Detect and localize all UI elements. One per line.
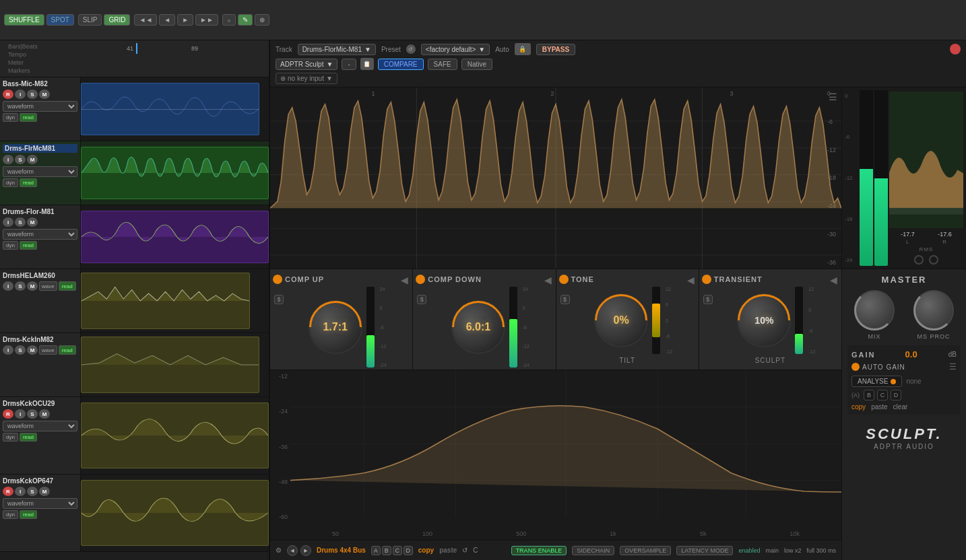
key-input[interactable]: ⊕ no key input ▼ xyxy=(276,73,337,84)
spot-btn[interactable]: SPOT xyxy=(46,14,74,26)
ab-a-btn[interactable]: A xyxy=(371,546,381,555)
input-btn[interactable]: I xyxy=(3,155,13,164)
dyn-pill[interactable]: dyn xyxy=(3,510,18,519)
read-pill[interactable]: read xyxy=(20,241,37,250)
left-step-btn[interactable]: ◄ xyxy=(159,14,175,26)
knob-dollar-btn[interactable]: $ xyxy=(274,295,284,304)
compare-icon-btn[interactable]: 📋 xyxy=(360,58,374,70)
mute-btn[interactable]: M xyxy=(27,155,38,164)
undo-icon[interactable]: ↺ xyxy=(462,547,468,554)
track-mode-select[interactable]: waveform xyxy=(3,101,77,112)
slip-btn[interactable]: SLIP xyxy=(78,14,102,26)
safe-btn[interactable]: SAFE xyxy=(428,59,457,70)
comp-up-knob[interactable]: 1.7:1 xyxy=(309,300,362,354)
record-btn[interactable]: R xyxy=(3,409,13,419)
analyse-btn[interactable]: ANALYSE xyxy=(851,376,902,387)
ab-d-btn[interactable]: D xyxy=(404,546,413,555)
read-pill[interactable]: read xyxy=(59,281,76,291)
next-btn[interactable]: ► xyxy=(300,545,311,556)
record-btn[interactable]: R xyxy=(3,487,13,496)
redo-icon[interactable]: C xyxy=(473,547,478,554)
mix-knob[interactable] xyxy=(854,290,895,330)
ab-d-btn[interactable]: D xyxy=(891,390,901,400)
dyn-pill[interactable]: dyn xyxy=(3,113,18,122)
ab-c-btn[interactable]: C xyxy=(877,390,888,400)
input-btn[interactable]: I xyxy=(15,90,26,99)
solo-btn[interactable]: S xyxy=(27,487,38,496)
tool-zoom-btn[interactable]: ⊕ xyxy=(255,14,269,26)
track-dropdown[interactable]: Drums-FlorMic-M81 ▼ xyxy=(298,44,376,55)
transient-knob[interactable]: 10% xyxy=(737,293,791,347)
knob-arrows-icon[interactable]: ◀ xyxy=(687,275,695,285)
minus-btn[interactable]: - xyxy=(342,59,356,70)
compare-btn[interactable]: COMPARE xyxy=(378,59,424,70)
left-arrow-btn[interactable]: ◄◄ xyxy=(134,14,157,26)
tool-pencil-btn[interactable]: ✎ xyxy=(238,14,253,26)
preset-dropdown[interactable]: <factory default> ▼ xyxy=(421,44,490,55)
ms-proc-knob[interactable] xyxy=(913,290,954,330)
bypass-btn[interactable]: BYPASS xyxy=(536,44,575,55)
latency-mode-btn[interactable]: LATENCY MODE xyxy=(676,546,733,555)
clear-btn[interactable]: clear xyxy=(893,403,908,411)
native-btn[interactable]: Native xyxy=(461,59,492,70)
dyn-pill[interactable]: dyn xyxy=(3,433,18,442)
knob-arrows-icon[interactable]: ◀ xyxy=(401,275,408,285)
ab-b-btn[interactable]: B xyxy=(382,546,391,555)
mute-btn[interactable]: M xyxy=(27,345,38,355)
tool-selector-btn[interactable]: ⬦ xyxy=(222,14,236,26)
mute-btn[interactable]: M xyxy=(39,90,50,99)
track-mode-select[interactable]: waveform xyxy=(3,421,77,431)
track-mode-select[interactable]: waveform xyxy=(3,498,77,509)
right-arrow-btn[interactable]: ►► xyxy=(195,14,218,26)
paste-btn[interactable]: paste xyxy=(439,547,457,554)
input-btn[interactable]: I xyxy=(3,281,13,291)
input-btn[interactable]: I xyxy=(15,409,26,419)
solo-btn[interactable]: S xyxy=(15,217,26,227)
solo-btn[interactable]: S xyxy=(15,281,26,291)
mute-btn[interactable]: M xyxy=(27,217,38,227)
mute-btn[interactable]: M xyxy=(39,487,50,496)
track-mode-select[interactable]: waveform xyxy=(3,166,77,177)
shuffle-btn[interactable]: SHUFFLE xyxy=(4,14,44,26)
sidechain-btn[interactable]: SIDECHAIN xyxy=(572,546,614,555)
dyn-pill[interactable]: dyn xyxy=(3,178,18,187)
read-pill[interactable]: read xyxy=(20,113,37,122)
dyn-pill[interactable]: dyn xyxy=(3,241,18,250)
preset-circle-btn[interactable]: ↺ xyxy=(406,44,416,54)
solo-btn[interactable]: S xyxy=(15,345,26,355)
track-mode-select[interactable]: waveform xyxy=(3,229,77,240)
input-btn[interactable]: I xyxy=(3,345,13,355)
right-step-btn[interactable]: ► xyxy=(177,14,193,26)
mute-btn[interactable]: M xyxy=(39,409,50,419)
wave-pill[interactable]: wave xyxy=(39,345,57,355)
read-pill[interactable]: read xyxy=(20,510,37,519)
ab-c-btn[interactable]: C xyxy=(393,546,402,555)
solo-btn[interactable]: S xyxy=(27,90,38,99)
comp-down-knob[interactable]: 6.0:1 xyxy=(451,300,505,354)
trans-enable-btn[interactable]: TRANS ENABLE xyxy=(511,546,567,555)
knob-dollar-btn[interactable]: $ xyxy=(417,295,426,304)
close-btn[interactable] xyxy=(950,44,961,55)
plugin-name-dropdown[interactable]: ADPTR Sculpt ▼ xyxy=(276,59,337,70)
record-btn[interactable]: R xyxy=(3,90,13,99)
knob-dollar-btn[interactable]: $ xyxy=(703,295,713,304)
safe-icon-btn[interactable]: 🔒 xyxy=(515,43,531,55)
copy-btn[interactable]: copy xyxy=(418,547,434,554)
auto-gain-menu-icon[interactable]: ☰ xyxy=(949,362,957,372)
oversample-btn[interactable]: OVERSAMPLE xyxy=(620,546,671,555)
tone-knob[interactable]: 0% xyxy=(594,293,648,347)
read-pill[interactable]: read xyxy=(59,345,76,355)
copy-btn[interactable]: copy xyxy=(851,403,866,411)
solo-btn[interactable]: S xyxy=(15,155,26,164)
grid-btn[interactable]: GRID xyxy=(104,14,130,26)
settings-icon[interactable]: ⚙ xyxy=(276,547,282,554)
wave-pill[interactable]: wave xyxy=(39,281,57,291)
read-pill[interactable]: read xyxy=(20,433,37,442)
input-btn[interactable]: I xyxy=(3,217,13,227)
knob-arrows-icon[interactable]: ◀ xyxy=(544,275,552,285)
solo-btn[interactable]: S xyxy=(27,409,38,419)
knob-dollar-btn[interactable]: $ xyxy=(560,295,570,304)
read-pill[interactable]: read xyxy=(20,178,37,187)
paste-btn[interactable]: paste xyxy=(871,403,887,411)
prev-btn[interactable]: ◄ xyxy=(287,545,298,556)
